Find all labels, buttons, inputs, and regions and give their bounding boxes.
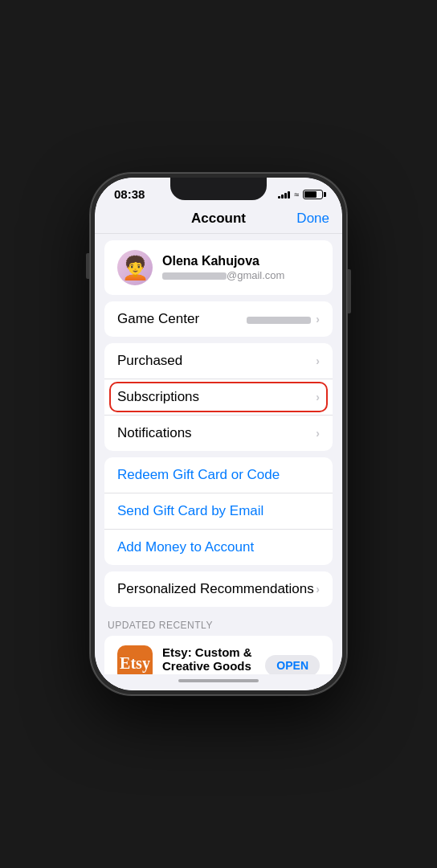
wifi-icon: ≈	[294, 190, 299, 199]
notifications-row[interactable]: Notifications ›	[104, 415, 333, 451]
app-info: Etsy: Custom & Creative Goods Today	[162, 645, 255, 674]
app-name-2: Creative Goods	[162, 659, 255, 673]
battery-fill	[304, 191, 317, 198]
profile-row[interactable]: 🧑‍🦱 Olena Kahujova @gmail.com	[104, 240, 333, 295]
game-center-card: Game Center ›	[104, 301, 333, 337]
send-gift-label: Send Gift Card by Email	[117, 503, 263, 519]
game-center-chevron: ›	[316, 313, 320, 326]
links-card: Redeem Gift Card or Code Send Gift Card …	[104, 457, 333, 565]
subscriptions-row[interactable]: Subscriptions ›	[104, 379, 333, 415]
status-time: 08:38	[114, 187, 145, 201]
profile-card: 🧑‍🦱 Olena Kahujova @gmail.com	[104, 240, 333, 295]
signal-bar-3	[284, 193, 287, 199]
updated-recently-section: UPDATED RECENTLY Etsy Etsy: Custom & Cre…	[95, 613, 342, 674]
add-money-label: Add Money to Account	[117, 539, 254, 555]
personalized-row[interactable]: Personalized Recommendations ›	[104, 571, 333, 607]
notifications-chevron: ›	[316, 427, 320, 440]
personalized-label: Personalized Recommendations	[117, 581, 316, 597]
open-button[interactable]: OPEN	[265, 655, 320, 674]
purchased-chevron: ›	[316, 354, 320, 367]
purchased-label: Purchased	[117, 353, 316, 369]
done-button[interactable]: Done	[296, 211, 329, 227]
add-money-row[interactable]: Add Money to Account	[104, 529, 333, 565]
profile-name: Olena Kahujova	[162, 254, 320, 268]
notch	[170, 178, 267, 200]
app-name: Etsy: Custom &	[162, 645, 255, 659]
signal-bar-2	[281, 194, 284, 199]
subscriptions-label: Subscriptions	[117, 389, 316, 405]
phone-inner: 08:38 ≈	[95, 178, 342, 690]
notifications-label: Notifications	[117, 425, 316, 441]
purchased-row[interactable]: Purchased ›	[104, 343, 333, 379]
personalized-card: Personalized Recommendations ›	[104, 571, 333, 607]
screen: 08:38 ≈	[95, 178, 342, 690]
links-section: Redeem Gift Card or Code Send Gift Card …	[95, 457, 342, 571]
game-center-row[interactable]: Game Center ›	[104, 301, 333, 337]
updated-recently-label: UPDATED RECENTLY	[95, 616, 342, 636]
send-gift-row[interactable]: Send Gift Card by Email	[104, 493, 333, 529]
personalized-chevron: ›	[316, 583, 320, 596]
app-card: Etsy Etsy: Custom & Creative Goods Today…	[104, 636, 333, 674]
redeem-row[interactable]: Redeem Gift Card or Code	[104, 457, 333, 493]
subscriptions-chevron: ›	[316, 391, 320, 403]
status-icons: ≈	[278, 190, 323, 199]
app-icon: Etsy	[117, 645, 153, 674]
profile-email: @gmail.com	[162, 269, 320, 281]
avatar: 🧑‍🦱	[117, 250, 153, 285]
signal-bar-4	[288, 191, 290, 199]
home-bar	[178, 679, 259, 682]
game-center-label: Game Center	[117, 311, 247, 327]
purchase-card: Purchased › Subscriptions › Notification…	[104, 343, 333, 451]
nav-title: Account	[191, 211, 246, 227]
app-icon-text: Etsy	[120, 654, 150, 673]
home-indicator	[95, 674, 342, 690]
personalized-section: Personalized Recommendations ›	[95, 571, 342, 613]
redeem-label: Redeem Gift Card or Code	[117, 467, 280, 483]
app-row[interactable]: Etsy Etsy: Custom & Creative Goods Today…	[104, 636, 333, 674]
purchase-section: Purchased › Subscriptions › Notification…	[95, 343, 342, 457]
battery-icon	[303, 190, 323, 199]
signal-icon	[278, 190, 290, 199]
game-center-value	[247, 313, 311, 326]
signal-bar-1	[278, 196, 280, 199]
phone-frame: 08:38 ≈	[90, 173, 347, 695]
profile-section: 🧑‍🦱 Olena Kahujova @gmail.com	[95, 234, 342, 301]
content-area: 🧑‍🦱 Olena Kahujova @gmail.com	[95, 234, 342, 674]
game-center-section: Game Center ›	[95, 301, 342, 343]
profile-info: Olena Kahujova @gmail.com	[162, 254, 320, 281]
nav-header: Account Done	[95, 204, 342, 234]
